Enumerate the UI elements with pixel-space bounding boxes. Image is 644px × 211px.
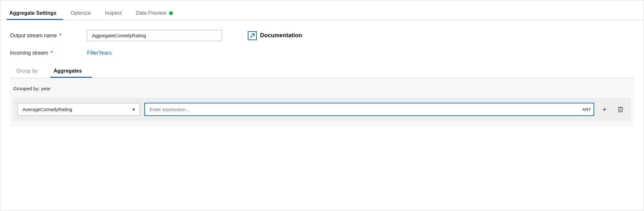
grouped-by-section: Grouped by: year AverageComedyRating ▼ A… <box>10 78 634 126</box>
tab-optimize[interactable]: Optimize <box>68 10 97 20</box>
incoming-stream-link[interactable]: FilterYears <box>87 50 112 56</box>
main-content: Output stream name * Documentation Incom… <box>0 20 644 133</box>
column-dropdown-container: AverageComedyRating ▼ <box>18 103 140 116</box>
documentation-link[interactable]: Documentation <box>248 31 302 40</box>
status-dot-icon <box>169 11 173 15</box>
incoming-stream-label: Incoming stream * <box>10 50 87 56</box>
top-tab-bar: Aggregate Settings Optimize Inspect Data… <box>0 0 644 20</box>
sub-tab-bar: Group by Aggregates <box>10 65 634 78</box>
incoming-stream-required: * <box>51 50 53 56</box>
delete-expression-button[interactable] <box>615 104 626 115</box>
sub-tab-group-by[interactable]: Group by <box>13 65 47 78</box>
sub-tab-aggregates[interactable]: Aggregates <box>50 65 92 78</box>
any-badge: ANY <box>582 107 591 112</box>
column-dropdown[interactable]: AverageComedyRating <box>18 103 140 116</box>
output-stream-label: Output stream name * <box>10 33 87 39</box>
expression-input-container: ANY <box>144 103 594 116</box>
add-expression-button[interactable]: + <box>599 104 610 115</box>
app-container: Aggregate Settings Optimize Inspect Data… <box>0 0 644 211</box>
tab-inspect[interactable]: Inspect <box>103 10 128 20</box>
grouped-by-label: Grouped by: year <box>13 86 631 91</box>
output-stream-input[interactable] <box>87 30 222 41</box>
expression-input[interactable] <box>144 103 594 116</box>
incoming-stream-row: Incoming stream * FilterYears <box>10 50 634 56</box>
tab-data-preview[interactable]: Data Preview <box>133 10 179 20</box>
output-stream-row: Output stream name * Documentation <box>10 30 634 41</box>
output-stream-required: * <box>59 33 61 38</box>
tab-aggregate-settings[interactable]: Aggregate Settings <box>7 10 63 20</box>
external-link-icon <box>248 31 257 40</box>
expression-row: AverageComedyRating ▼ ANY + <box>13 98 631 121</box>
trash-icon <box>617 106 624 113</box>
